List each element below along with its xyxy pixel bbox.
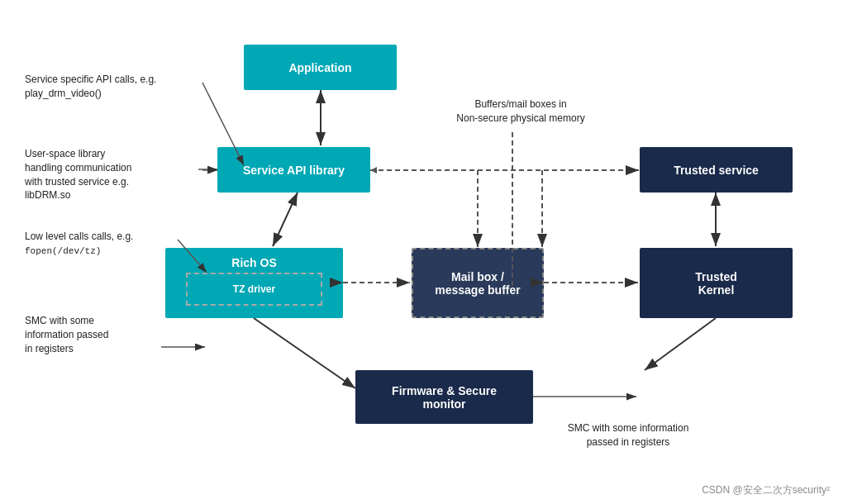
rich-os-box: Rich OS TZ driver	[165, 248, 343, 318]
buffers-note-label: Buffers/mail boxes in Non-secure physica…	[438, 97, 603, 126]
svg-line-6	[273, 193, 298, 246]
api-calls-label: Service specific API calls, e.g. play_dr…	[25, 73, 202, 101]
smc-left-label: SMC with some information passed in regi…	[25, 314, 161, 355]
diagram-container: Application Service API library Rich OS …	[0, 0, 843, 504]
low-level-label: Low level calls calls, e.g.fopen(/dev/tz…	[25, 230, 202, 258]
svg-marker-13	[370, 167, 377, 174]
smc-right-label: SMC with some information passed in regi…	[541, 421, 715, 449]
trusted-kernel-box: Trusted Kernel	[640, 248, 793, 318]
svg-line-19	[645, 318, 716, 370]
mailbox-box: Mail box / message buffer	[412, 248, 544, 318]
service-api-box: Service API library	[217, 147, 370, 193]
application-box: Application	[244, 45, 397, 90]
footer: CSDN @安全二次方security²	[702, 483, 830, 497]
svg-line-9	[254, 318, 355, 388]
tz-driver-box: TZ driver	[186, 273, 322, 306]
trusted-service-box: Trusted service	[640, 147, 793, 193]
firmware-box: Firmware & Secure monitor	[355, 370, 533, 424]
userspace-lib-label: User-space library handling communicatio…	[25, 147, 198, 202]
